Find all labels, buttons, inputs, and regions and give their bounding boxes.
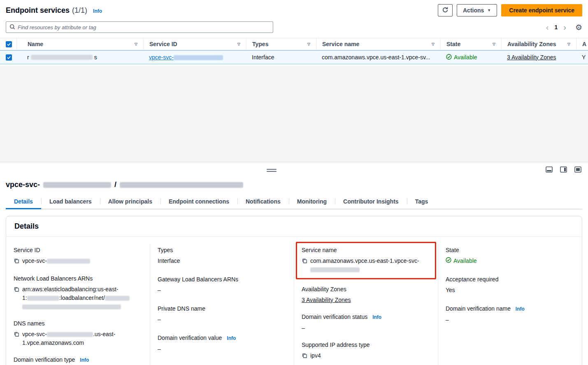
refresh-icon <box>442 7 449 14</box>
page-title: Endpoint services <box>6 6 70 15</box>
column-header-types[interactable]: Types▽ <box>246 38 316 50</box>
check-circle-icon <box>446 54 452 61</box>
detail-tabs: Details Load balancers Allow principals … <box>6 195 582 209</box>
search-box[interactable] <box>6 21 273 33</box>
chevron-down-icon: ▼ <box>487 8 491 12</box>
tab-tags[interactable]: Tags <box>407 195 437 209</box>
pagination: ‹ 1 › ⚙ <box>546 23 582 31</box>
tab-details[interactable]: Details <box>6 195 41 209</box>
details-column-1: Service ID vpce-svc- Network Load Balanc… <box>6 243 150 365</box>
filter-icon: ▽ <box>567 42 570 46</box>
tab-allow-principals[interactable]: Allow principals <box>100 195 160 209</box>
column-header-name[interactable]: Name▽ <box>16 38 143 50</box>
info-link[interactable]: Info <box>80 357 89 363</box>
redacted-text <box>43 182 111 188</box>
panel-position-bottom-icon[interactable] <box>546 166 553 174</box>
status-badge: Available <box>446 54 477 61</box>
copy-icon[interactable] <box>14 331 19 339</box>
field-dns-names: DNS names vpce-svc-.us-east- 1.vpce.amaz… <box>14 319 142 347</box>
column-header-acceptance[interactable]: A <box>576 38 588 50</box>
info-link[interactable]: Info <box>227 335 236 341</box>
panel-position-side-icon[interactable] <box>560 166 567 174</box>
redacted-text <box>120 182 243 188</box>
field-service-id: Service ID vpce-svc- <box>14 246 142 266</box>
row-availability-zones-cell: 3 Availability Zones <box>501 54 576 61</box>
filter-icon: ▽ <box>237 42 240 46</box>
search-input[interactable] <box>18 24 270 30</box>
info-link[interactable]: Info <box>372 314 381 320</box>
field-domain-verification-type: Domain verification type Info – <box>14 356 142 365</box>
filter-icon: ▽ <box>135 42 137 46</box>
redacted-text <box>310 267 360 272</box>
copy-icon[interactable] <box>14 257 19 266</box>
current-page[interactable]: 1 <box>554 24 558 30</box>
column-header-availability-zones[interactable]: Availability Zones▽ <box>501 38 576 50</box>
select-all-checkbox[interactable] <box>6 41 12 47</box>
actions-button[interactable]: Actions ▼ <box>457 4 497 16</box>
info-link[interactable]: Info <box>516 306 525 312</box>
redacted-text <box>31 55 93 60</box>
availability-zones-link[interactable]: 3 Availability Zones <box>302 297 351 303</box>
details-card-title: Details <box>6 216 582 237</box>
filter-icon: ▽ <box>432 42 435 46</box>
field-service-name: Service name com.amazonaws.vpce.us-east-… <box>302 246 430 274</box>
copy-icon[interactable] <box>302 257 307 266</box>
row-types-cell: Interface <box>246 54 316 61</box>
redacted-text <box>47 332 93 337</box>
panel-layout-controls <box>546 166 581 174</box>
row-name-cell: r s <box>16 54 143 61</box>
split-panel-drag-handle[interactable] <box>267 169 277 173</box>
row-service-id-cell: vpce-svc- <box>143 54 246 61</box>
empty-content-region <box>0 66 588 162</box>
tab-monitoring[interactable]: Monitoring <box>289 195 335 209</box>
status-badge: Available <box>446 257 477 265</box>
list-toolbar: ‹ 1 › ⚙ <box>0 16 588 33</box>
field-domain-verification-value: Domain verification value Info – <box>158 334 286 353</box>
split-panel-bar <box>0 162 588 177</box>
detail-panel-title: vpce-svc- / <box>0 177 588 189</box>
previous-page-icon[interactable]: ‹ <box>546 23 549 31</box>
availability-zones-link[interactable]: 3 Availability Zones <box>507 54 556 61</box>
column-header-service-name[interactable]: Service name▽ <box>316 38 440 50</box>
row-checkbox[interactable] <box>6 54 12 61</box>
field-private-dns: Private DNS name – <box>158 304 286 324</box>
refresh-button[interactable] <box>438 4 453 16</box>
gear-icon[interactable]: ⚙ <box>575 23 582 31</box>
field-availability-zones: Availability Zones 3 Availability Zones <box>302 285 430 304</box>
copy-icon[interactable] <box>14 286 19 295</box>
tab-contributor-insights[interactable]: Contributor Insights <box>335 195 407 209</box>
field-domain-verification-name: Domain verification name Info – <box>446 304 574 324</box>
service-name-highlight-box: Service name com.amazonaws.vpce.us-east-… <box>296 242 436 279</box>
redacted-text <box>27 296 59 301</box>
row-acceptance-cell: Y <box>576 54 588 61</box>
tab-endpoint-connections[interactable]: Endpoint connections <box>160 195 237 209</box>
redacted-text <box>47 259 90 264</box>
field-domain-verification-status: Domain verification status Info – <box>302 313 430 332</box>
filter-icon: ▽ <box>493 42 495 46</box>
next-page-icon[interactable]: › <box>563 23 566 31</box>
field-supported-ip: Supported IP address type ipv4 <box>302 341 430 361</box>
column-header-state[interactable]: State▽ <box>440 38 501 50</box>
details-column-3: Service name com.amazonaws.vpce.us-east-… <box>294 243 438 365</box>
details-card: Details Service ID vpce-svc- N <box>6 216 582 365</box>
table-header-row: Name▽ Service ID▽ Types▽ Service name▽ S… <box>0 38 588 50</box>
service-id-link[interactable]: vpce-svc- <box>149 54 223 61</box>
field-glb-arns: Gateway Load Balancers ARNs – <box>158 275 286 295</box>
row-state-cell: Available <box>440 54 501 61</box>
details-column-2: Types Interface Gateway Load Balancers A… <box>150 243 294 365</box>
create-endpoint-service-button[interactable]: Create endpoint service <box>501 4 582 16</box>
actions-button-label: Actions <box>463 7 484 14</box>
table-row[interactable]: r s vpce-svc- Interface com.amazonaws.vp… <box>0 50 588 64</box>
panel-maximize-icon[interactable] <box>574 166 581 174</box>
field-nlb-arns: Network Load Balancers ARNs arn:aws:elas… <box>14 274 142 311</box>
search-icon <box>9 24 15 31</box>
tab-notifications[interactable]: Notifications <box>237 195 289 209</box>
check-circle-icon <box>446 257 451 265</box>
page-count: (1/1) <box>72 6 87 15</box>
redacted-text <box>174 55 223 60</box>
column-header-service-id[interactable]: Service ID▽ <box>143 38 246 50</box>
field-acceptance-required: Acceptance required Yes <box>446 275 574 295</box>
copy-icon[interactable] <box>302 352 307 361</box>
info-link[interactable]: Info <box>93 8 102 14</box>
tab-load-balancers[interactable]: Load balancers <box>41 195 100 209</box>
